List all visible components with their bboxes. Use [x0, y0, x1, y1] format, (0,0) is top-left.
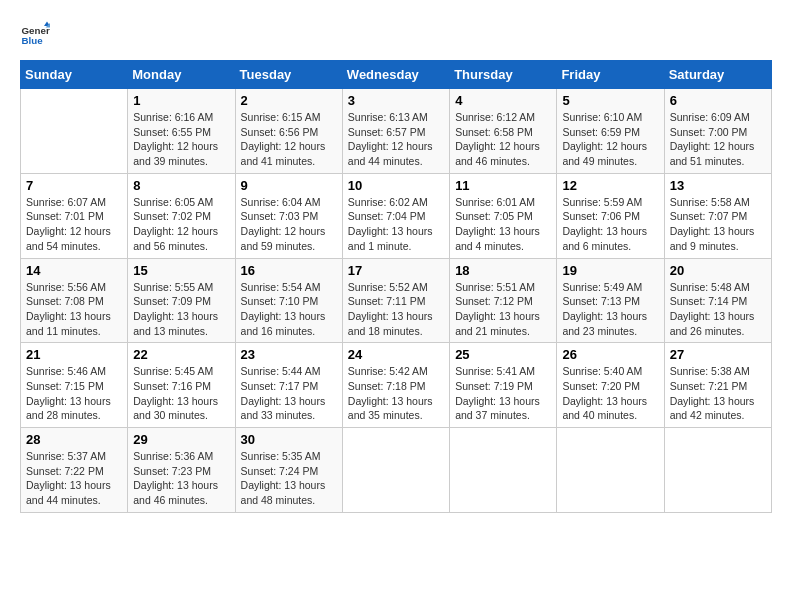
calendar-cell: 15Sunrise: 5:55 AM Sunset: 7:09 PM Dayli…: [128, 258, 235, 343]
day-info: Sunrise: 5:41 AM Sunset: 7:19 PM Dayligh…: [455, 364, 551, 423]
day-number: 1: [133, 93, 229, 108]
calendar-cell: [557, 428, 664, 513]
day-number: 2: [241, 93, 337, 108]
header-wednesday: Wednesday: [342, 61, 449, 89]
header-thursday: Thursday: [450, 61, 557, 89]
week-row-2: 7Sunrise: 6:07 AM Sunset: 7:01 PM Daylig…: [21, 173, 772, 258]
day-info: Sunrise: 5:56 AM Sunset: 7:08 PM Dayligh…: [26, 280, 122, 339]
calendar-cell: 24Sunrise: 5:42 AM Sunset: 7:18 PM Dayli…: [342, 343, 449, 428]
day-number: 6: [670, 93, 766, 108]
day-info: Sunrise: 5:35 AM Sunset: 7:24 PM Dayligh…: [241, 449, 337, 508]
day-info: Sunrise: 6:01 AM Sunset: 7:05 PM Dayligh…: [455, 195, 551, 254]
page-header: General Blue: [20, 20, 772, 50]
day-number: 11: [455, 178, 551, 193]
calendar-cell: 19Sunrise: 5:49 AM Sunset: 7:13 PM Dayli…: [557, 258, 664, 343]
day-number: 30: [241, 432, 337, 447]
calendar-cell: 27Sunrise: 5:38 AM Sunset: 7:21 PM Dayli…: [664, 343, 771, 428]
calendar-cell: [342, 428, 449, 513]
day-info: Sunrise: 6:07 AM Sunset: 7:01 PM Dayligh…: [26, 195, 122, 254]
day-info: Sunrise: 6:16 AM Sunset: 6:55 PM Dayligh…: [133, 110, 229, 169]
calendar-table: SundayMondayTuesdayWednesdayThursdayFrid…: [20, 60, 772, 513]
calendar-cell: 26Sunrise: 5:40 AM Sunset: 7:20 PM Dayli…: [557, 343, 664, 428]
calendar-cell: 22Sunrise: 5:45 AM Sunset: 7:16 PM Dayli…: [128, 343, 235, 428]
day-number: 5: [562, 93, 658, 108]
day-number: 29: [133, 432, 229, 447]
day-number: 27: [670, 347, 766, 362]
day-number: 22: [133, 347, 229, 362]
day-info: Sunrise: 6:04 AM Sunset: 7:03 PM Dayligh…: [241, 195, 337, 254]
calendar-cell: 25Sunrise: 5:41 AM Sunset: 7:19 PM Dayli…: [450, 343, 557, 428]
calendar-cell: 20Sunrise: 5:48 AM Sunset: 7:14 PM Dayli…: [664, 258, 771, 343]
day-number: 14: [26, 263, 122, 278]
calendar-cell: 13Sunrise: 5:58 AM Sunset: 7:07 PM Dayli…: [664, 173, 771, 258]
day-info: Sunrise: 5:54 AM Sunset: 7:10 PM Dayligh…: [241, 280, 337, 339]
day-number: 12: [562, 178, 658, 193]
calendar-cell: 2Sunrise: 6:15 AM Sunset: 6:56 PM Daylig…: [235, 89, 342, 174]
day-number: 3: [348, 93, 444, 108]
calendar-cell: 21Sunrise: 5:46 AM Sunset: 7:15 PM Dayli…: [21, 343, 128, 428]
day-info: Sunrise: 6:12 AM Sunset: 6:58 PM Dayligh…: [455, 110, 551, 169]
week-row-5: 28Sunrise: 5:37 AM Sunset: 7:22 PM Dayli…: [21, 428, 772, 513]
day-info: Sunrise: 5:36 AM Sunset: 7:23 PM Dayligh…: [133, 449, 229, 508]
calendar-cell: 17Sunrise: 5:52 AM Sunset: 7:11 PM Dayli…: [342, 258, 449, 343]
day-number: 4: [455, 93, 551, 108]
day-info: Sunrise: 5:37 AM Sunset: 7:22 PM Dayligh…: [26, 449, 122, 508]
day-info: Sunrise: 5:44 AM Sunset: 7:17 PM Dayligh…: [241, 364, 337, 423]
svg-text:General: General: [22, 25, 51, 36]
day-info: Sunrise: 6:15 AM Sunset: 6:56 PM Dayligh…: [241, 110, 337, 169]
logo: General Blue: [20, 20, 50, 50]
day-info: Sunrise: 5:38 AM Sunset: 7:21 PM Dayligh…: [670, 364, 766, 423]
header-sunday: Sunday: [21, 61, 128, 89]
calendar-cell: [664, 428, 771, 513]
week-row-3: 14Sunrise: 5:56 AM Sunset: 7:08 PM Dayli…: [21, 258, 772, 343]
day-info: Sunrise: 5:52 AM Sunset: 7:11 PM Dayligh…: [348, 280, 444, 339]
day-number: 26: [562, 347, 658, 362]
day-number: 20: [670, 263, 766, 278]
calendar-cell: 7Sunrise: 6:07 AM Sunset: 7:01 PM Daylig…: [21, 173, 128, 258]
calendar-cell: 29Sunrise: 5:36 AM Sunset: 7:23 PM Dayli…: [128, 428, 235, 513]
header-tuesday: Tuesday: [235, 61, 342, 89]
day-number: 17: [348, 263, 444, 278]
calendar-cell: 6Sunrise: 6:09 AM Sunset: 7:00 PM Daylig…: [664, 89, 771, 174]
day-info: Sunrise: 6:09 AM Sunset: 7:00 PM Dayligh…: [670, 110, 766, 169]
day-info: Sunrise: 5:40 AM Sunset: 7:20 PM Dayligh…: [562, 364, 658, 423]
week-row-4: 21Sunrise: 5:46 AM Sunset: 7:15 PM Dayli…: [21, 343, 772, 428]
day-number: 15: [133, 263, 229, 278]
day-info: Sunrise: 5:46 AM Sunset: 7:15 PM Dayligh…: [26, 364, 122, 423]
calendar-cell: 14Sunrise: 5:56 AM Sunset: 7:08 PM Dayli…: [21, 258, 128, 343]
day-info: Sunrise: 6:05 AM Sunset: 7:02 PM Dayligh…: [133, 195, 229, 254]
svg-text:Blue: Blue: [22, 35, 44, 46]
day-info: Sunrise: 5:45 AM Sunset: 7:16 PM Dayligh…: [133, 364, 229, 423]
day-number: 18: [455, 263, 551, 278]
day-info: Sunrise: 5:48 AM Sunset: 7:14 PM Dayligh…: [670, 280, 766, 339]
day-info: Sunrise: 6:10 AM Sunset: 6:59 PM Dayligh…: [562, 110, 658, 169]
calendar-cell: [450, 428, 557, 513]
calendar-cell: 23Sunrise: 5:44 AM Sunset: 7:17 PM Dayli…: [235, 343, 342, 428]
day-info: Sunrise: 5:55 AM Sunset: 7:09 PM Dayligh…: [133, 280, 229, 339]
calendar-cell: 8Sunrise: 6:05 AM Sunset: 7:02 PM Daylig…: [128, 173, 235, 258]
header-friday: Friday: [557, 61, 664, 89]
calendar-cell: [21, 89, 128, 174]
day-info: Sunrise: 5:49 AM Sunset: 7:13 PM Dayligh…: [562, 280, 658, 339]
calendar-cell: 18Sunrise: 5:51 AM Sunset: 7:12 PM Dayli…: [450, 258, 557, 343]
calendar-cell: 16Sunrise: 5:54 AM Sunset: 7:10 PM Dayli…: [235, 258, 342, 343]
header-saturday: Saturday: [664, 61, 771, 89]
calendar-cell: 9Sunrise: 6:04 AM Sunset: 7:03 PM Daylig…: [235, 173, 342, 258]
calendar-cell: 12Sunrise: 5:59 AM Sunset: 7:06 PM Dayli…: [557, 173, 664, 258]
week-row-1: 1Sunrise: 6:16 AM Sunset: 6:55 PM Daylig…: [21, 89, 772, 174]
day-number: 23: [241, 347, 337, 362]
day-number: 19: [562, 263, 658, 278]
day-number: 10: [348, 178, 444, 193]
day-number: 25: [455, 347, 551, 362]
day-number: 28: [26, 432, 122, 447]
calendar-cell: 1Sunrise: 6:16 AM Sunset: 6:55 PM Daylig…: [128, 89, 235, 174]
day-info: Sunrise: 6:13 AM Sunset: 6:57 PM Dayligh…: [348, 110, 444, 169]
day-info: Sunrise: 6:02 AM Sunset: 7:04 PM Dayligh…: [348, 195, 444, 254]
header-row: SundayMondayTuesdayWednesdayThursdayFrid…: [21, 61, 772, 89]
day-number: 13: [670, 178, 766, 193]
day-number: 21: [26, 347, 122, 362]
calendar-cell: 30Sunrise: 5:35 AM Sunset: 7:24 PM Dayli…: [235, 428, 342, 513]
day-number: 16: [241, 263, 337, 278]
day-number: 9: [241, 178, 337, 193]
calendar-cell: 28Sunrise: 5:37 AM Sunset: 7:22 PM Dayli…: [21, 428, 128, 513]
